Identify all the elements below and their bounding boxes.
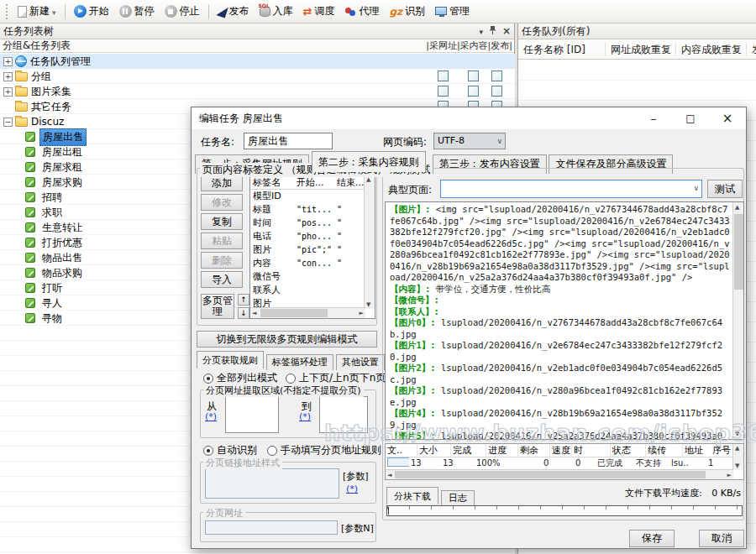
- vertical-scrollbar[interactable]: [732, 444, 743, 470]
- result-line: 【图片4】: lsupload/20200416/n_v28b19b69a216…: [390, 408, 730, 431]
- tag-table-row[interactable]: 模型ID: [250, 190, 375, 203]
- pause-button[interactable]: 暂停: [114, 2, 160, 21]
- start-button[interactable]: 开始: [69, 2, 114, 21]
- expand-plus-icon[interactable]: [3, 72, 13, 81]
- file-table-column[interactable]: 序号: [711, 444, 733, 457]
- col-tag-name[interactable]: 标签名: [250, 175, 294, 189]
- import-button[interactable]: 导入: [201, 271, 243, 288]
- collect-content-checkbox[interactable]: [468, 86, 479, 97]
- chevron-down-icon[interactable]: [52, 6, 56, 18]
- tag-table-row[interactable]: 内容 "con... ": [250, 257, 375, 270]
- paging-from-input[interactable]: [225, 396, 279, 433]
- switch-multipage-mode-button[interactable]: 切换到无限级多页规则编辑模式: [197, 331, 377, 348]
- col-end[interactable]: 结束...: [334, 175, 364, 189]
- column-url-result[interactable]: 网址成败重复: [606, 43, 676, 56]
- tree-root-queue-manager[interactable]: 任务队列管理: [0, 54, 515, 69]
- modify-button[interactable]: 修改: [201, 194, 243, 211]
- new-task-button[interactable]: 新建: [13, 2, 61, 21]
- tag-table-row[interactable]: 时间 "pos... ": [250, 217, 375, 230]
- minimize-icon[interactable]: [635, 107, 672, 129]
- tag-table-row[interactable]: 图片 "pic";" ": [250, 243, 375, 257]
- task-name-input[interactable]: [244, 133, 333, 149]
- cancel-button[interactable]: 取消: [699, 530, 744, 547]
- tab-chunk-download[interactable]: 分块下载: [386, 487, 438, 504]
- column-content-result[interactable]: 内容成败重复: [676, 43, 747, 56]
- radio-list-all-mode[interactable]: 全部列出模式: [203, 371, 277, 385]
- import-db-button[interactable]: 入库: [255, 2, 298, 21]
- copy-button[interactable]: 复制: [201, 213, 243, 230]
- file-table-column[interactable]: 剩余: [518, 444, 550, 457]
- expand-plus-icon[interactable]: [3, 57, 13, 66]
- collect-content-checkbox[interactable]: [468, 71, 479, 81]
- result-tag: 【图片】:: [390, 204, 430, 214]
- toolbar-grip[interactable]: [5, 4, 9, 19]
- stop-button[interactable]: 停止: [160, 2, 205, 21]
- file-table-row[interactable]: 13 13 100% 0 0 已完成 不支持 lsu.. 1: [386, 457, 743, 469]
- link-style-input[interactable]: [205, 468, 339, 499]
- test-button[interactable]: 测试: [707, 180, 743, 198]
- publish-button[interactable]: 发布: [213, 2, 255, 21]
- horizontal-scrollbar[interactable]: [250, 307, 365, 318]
- schedule-button[interactable]: 调度: [298, 2, 340, 21]
- file-table-column[interactable]: 时: [572, 444, 611, 457]
- panel-menu-icon[interactable]: [479, 25, 483, 37]
- tag-table-row[interactable]: 标题 "tit... ": [250, 203, 375, 217]
- file-table-column[interactable]: 大小: [417, 444, 451, 457]
- to-wildcard-link[interactable]: (*): [299, 411, 311, 422]
- expand-minus-icon[interactable]: [3, 118, 13, 127]
- paging-to-input[interactable]: [319, 396, 368, 433]
- radio-prev-next-mode[interactable]: 上下页/上n页下n页: [286, 371, 386, 385]
- dialog-titlebar[interactable]: 编辑任务 房屋出售: [192, 107, 746, 129]
- file-table-column[interactable]: 续传: [646, 444, 683, 457]
- multi-page-button[interactable]: 多页管理: [201, 294, 234, 319]
- horizontal-scrollbar[interactable]: [386, 469, 733, 479]
- column-publish-result[interactable]: 发布成: [747, 43, 756, 56]
- paste-button[interactable]: 粘贴: [201, 233, 243, 249]
- from-wildcard-link[interactable]: (*): [205, 411, 217, 422]
- tab-other-settings[interactable]: 其他设置: [336, 354, 385, 370]
- vertical-scrollbar[interactable]: [364, 175, 375, 309]
- page-url-input[interactable]: [205, 520, 338, 535]
- radio-manual-paging[interactable]: 手动填写分页地址规则: [267, 443, 381, 457]
- typical-page-select[interactable]: [440, 180, 702, 198]
- tag-table-row[interactable]: 电话 "pho... ": [250, 230, 375, 243]
- add-button[interactable]: 添加: [201, 175, 243, 191]
- tree-folder-group[interactable]: 分组: [0, 69, 515, 84]
- recognize-button[interactable]: 识别: [384, 2, 430, 21]
- tag-table-row[interactable]: 联系人: [250, 284, 375, 297]
- file-table-column[interactable]: 完成: [451, 444, 486, 457]
- pin-icon[interactable]: [489, 25, 496, 37]
- vertical-scrollbar[interactable]: [732, 202, 743, 439]
- publish-checkbox[interactable]: [491, 71, 502, 81]
- save-button[interactable]: 保存: [629, 530, 675, 547]
- encoding-select[interactable]: UTF-8: [433, 133, 506, 149]
- manage-button[interactable]: 管理: [430, 2, 475, 21]
- col-start[interactable]: 开始...: [294, 175, 334, 189]
- tree-folder-image-collect[interactable]: 图片采集: [0, 84, 515, 99]
- file-table-column[interactable]: 速度: [550, 444, 572, 457]
- rule-test-result[interactable]: 【图片】: <img src="lsupload/20200416/n_v276…: [385, 201, 744, 440]
- tag-table-row[interactable]: 微信号: [250, 270, 375, 284]
- tab-tag-loop[interactable]: 标签循环处理: [266, 354, 333, 370]
- move-up-button[interactable]: ↑: [238, 294, 249, 306]
- file-table-column[interactable]: 进度: [486, 444, 518, 457]
- expand-plus-icon[interactable]: [3, 87, 13, 97]
- close-icon[interactable]: [709, 107, 746, 129]
- delete-button[interactable]: 删除: [201, 252, 243, 269]
- radio-auto-detect[interactable]: 自动识别: [203, 443, 257, 457]
- param-wildcard-link[interactable]: (*): [346, 483, 358, 494]
- tab-paging-rules[interactable]: 分页获取规则: [197, 351, 264, 368]
- close-icon[interactable]: [502, 25, 511, 37]
- file-table-column[interactable]: 状态: [611, 444, 646, 457]
- file-table-column[interactable]: 文..: [386, 444, 417, 457]
- collect-url-checkbox[interactable]: [438, 86, 449, 97]
- column-task-name[interactable]: 任务名称 [ID]: [518, 43, 606, 56]
- proxy-button[interactable]: 代理: [339, 2, 384, 21]
- collect-url-checkbox[interactable]: [438, 71, 449, 81]
- file-table-column[interactable]: 地址: [683, 444, 711, 457]
- maximize-icon[interactable]: [672, 107, 709, 129]
- tab-step2-content-rules[interactable]: 第二步：采集内容规则: [312, 151, 426, 172]
- tab-log[interactable]: 日志: [441, 490, 475, 506]
- publish-checkbox[interactable]: [491, 86, 502, 97]
- move-down-button[interactable]: ↓: [238, 307, 249, 319]
